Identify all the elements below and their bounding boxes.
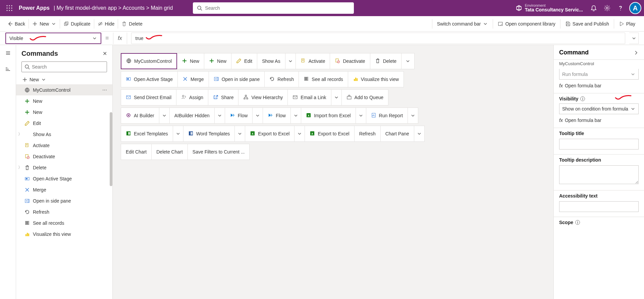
tooltip-desc-input[interactable] [559, 165, 639, 184]
breadcrumb[interactable]: | My first model-driven app > Accounts >… [52, 5, 173, 11]
ribbon-btn-share[interactable]: Share [208, 89, 238, 105]
ribbon-split-chevron[interactable] [414, 126, 425, 142]
tree-item-deactivate[interactable]: Deactivate [16, 151, 112, 162]
ribbon-split-chevron[interactable] [159, 108, 170, 124]
tree-item-see-all-records[interactable]: See all records [16, 217, 112, 228]
save-publish-button[interactable]: Save and Publish [560, 19, 614, 29]
ribbon-btn-export-to-excel[interactable]: XExport to Excel [305, 126, 354, 142]
tree-item-open-in-side-pane[interactable]: Open in side pane [16, 195, 112, 206]
tree-item-show-as[interactable]: 〉Show As [16, 129, 112, 140]
environment-picker[interactable]: Environment Tata Consultancy Servic... [516, 3, 583, 12]
play-button[interactable]: Play [614, 19, 640, 29]
ribbon-btn-show-as[interactable]: Show As [257, 53, 285, 69]
ribbon-btn-view-hierarchy[interactable]: View Hierarchy [238, 89, 288, 105]
ribbon-btn-import-from-excel[interactable]: XImport from Excel [301, 108, 356, 124]
ribbon-btn-flow[interactable]: Flow [263, 108, 291, 124]
ribbon-btn-deactivate[interactable]: Deactivate [330, 53, 370, 69]
ribbon-btn-save-filters-to-current-[interactable]: Save Filters to Current ... [187, 144, 250, 160]
hamburger-icon[interactable] [3, 48, 13, 58]
delete-button[interactable]: Delete [118, 19, 146, 29]
ribbon-split-chevron[interactable] [214, 108, 225, 124]
ribbon-btn-refresh[interactable]: Refresh [354, 126, 381, 142]
ribbon-split-chevron[interactable] [285, 53, 296, 69]
user-avatar[interactable]: A [629, 2, 641, 14]
ribbon-btn-new[interactable]: New [177, 53, 204, 69]
ribbon-overflow-button[interactable] [401, 53, 415, 69]
ribbon-split-chevron[interactable] [173, 126, 183, 142]
property-selector[interactable]: Visible [5, 33, 101, 44]
commands-search-input[interactable] [32, 64, 104, 70]
tree-item-edit[interactable]: Edit [16, 118, 112, 129]
ribbon-btn-email-a-link[interactable]: Email a Link [287, 89, 331, 105]
canvas[interactable]: MyCustomControlNewNewEditShow AsActivate… [113, 45, 553, 299]
notifications-icon[interactable] [587, 1, 600, 15]
scrollbar[interactable] [110, 112, 112, 186]
ribbon-btn-flow[interactable]: Flow [225, 108, 253, 124]
tree-item-delete[interactable]: 〉Delete [16, 162, 112, 173]
ribbon-btn-word-templates[interactable]: Word Templates [183, 126, 235, 142]
commands-new-button[interactable]: New [16, 75, 112, 84]
ribbon-btn-assign[interactable]: Assign [176, 89, 208, 105]
open-component-library-button[interactable]: Open component library [493, 19, 560, 29]
brand-label[interactable]: Power Apps [16, 5, 52, 11]
ribbon-btn-aibuilder-hidden[interactable]: AIBuilder Hidden [169, 108, 215, 124]
ribbon-btn-refresh[interactable]: Refresh [264, 71, 299, 87]
action-dropdown[interactable]: Run formula [559, 69, 639, 80]
ribbon-btn-see-all-records[interactable]: See all records [299, 71, 348, 87]
ribbon-btn-add-to-queue[interactable]: Add to Queue [341, 89, 388, 105]
help-icon[interactable] [614, 1, 627, 15]
info-icon[interactable]: i [575, 220, 580, 225]
tree-item-activate[interactable]: Activate [16, 140, 112, 151]
formula-input[interactable]: true [131, 33, 625, 44]
tree-item-merge[interactable]: Merge [16, 184, 112, 195]
back-button[interactable]: Back [4, 19, 29, 29]
visibility-dropdown[interactable]: Show on condition from formula [559, 103, 639, 114]
ribbon-split-chevron[interactable] [290, 108, 301, 124]
close-icon[interactable]: ✕ [103, 50, 107, 57]
ribbon-btn-send-direct-email[interactable]: Send Direct Email [121, 89, 176, 105]
tooltip-title-input[interactable] [559, 139, 639, 150]
ribbon-btn-visualize-this-view[interactable]: Visualize this view [348, 71, 404, 87]
ribbon-split-chevron[interactable] [294, 126, 305, 142]
tree-item-open-active-stage[interactable]: Open Active Stage [16, 173, 112, 184]
tree-item-visualize-this-view[interactable]: Visualize this view [16, 228, 112, 240]
settings-icon[interactable] [600, 1, 614, 15]
info-icon[interactable]: i [580, 96, 585, 101]
ribbon-btn-chart-pane[interactable]: Chart Pane [380, 126, 414, 142]
switch-command-bar-button[interactable]: Switch command bar [432, 19, 493, 29]
ribbon-btn-open-active-stage[interactable]: Open Active Stage [121, 71, 178, 87]
fx-icon[interactable]: fx [113, 33, 127, 44]
ribbon-split-chevron[interactable] [252, 108, 263, 124]
ribbon-split-chevron[interactable] [234, 126, 245, 142]
ribbon-btn-edit[interactable]: Edit [231, 53, 257, 69]
tree-item-mycustomcontrol[interactable]: MyCustomControl⋯ [16, 84, 112, 95]
tree-item-refresh[interactable]: Refresh [16, 206, 112, 217]
ribbon-btn-delete-chart[interactable]: Delete Chart [151, 144, 188, 160]
global-search[interactable] [193, 2, 354, 14]
ribbon-split-chevron[interactable] [356, 108, 366, 124]
expand-formula-button[interactable] [629, 33, 639, 44]
ribbon-btn-export-to-excel[interactable]: XExport to Excel [245, 126, 294, 142]
waffle-icon[interactable] [3, 1, 16, 15]
ribbon-btn-new[interactable]: New [204, 53, 231, 69]
chevron-right-icon[interactable] [633, 50, 639, 55]
accessibility-input[interactable] [559, 201, 639, 212]
ribbon-btn-activate[interactable]: Activate [296, 53, 330, 69]
ribbon-btn-excel-templates[interactable]: Excel Templates [121, 126, 173, 142]
tree-item-new[interactable]: New [16, 106, 112, 118]
ribbon-btn-run-report[interactable]: Run Report [366, 108, 408, 124]
ribbon-btn-merge[interactable]: Merge [177, 71, 209, 87]
open-formula-bar-link[interactable]: fx Open formula bar [559, 83, 639, 88]
ribbon-btn-open-in-side-pane[interactable]: Open in side pane [209, 71, 265, 87]
ribbon-btn-edit-chart[interactable]: Edit Chart [121, 144, 152, 160]
more-icon[interactable]: ⋯ [102, 87, 109, 93]
hide-button[interactable]: Hide [94, 19, 118, 29]
ribbon-split-chevron[interactable] [408, 108, 418, 124]
commands-search[interactable] [21, 61, 107, 72]
tree-item-new[interactable]: New [16, 95, 112, 106]
global-search-input[interactable] [205, 5, 350, 11]
ribbon-btn-mycustomcontrol[interactable]: MyCustomControl [121, 53, 177, 69]
ribbon-btn-delete[interactable]: Delete [370, 53, 401, 69]
new-button[interactable]: New [29, 19, 60, 29]
tree-view-icon[interactable] [3, 64, 13, 75]
